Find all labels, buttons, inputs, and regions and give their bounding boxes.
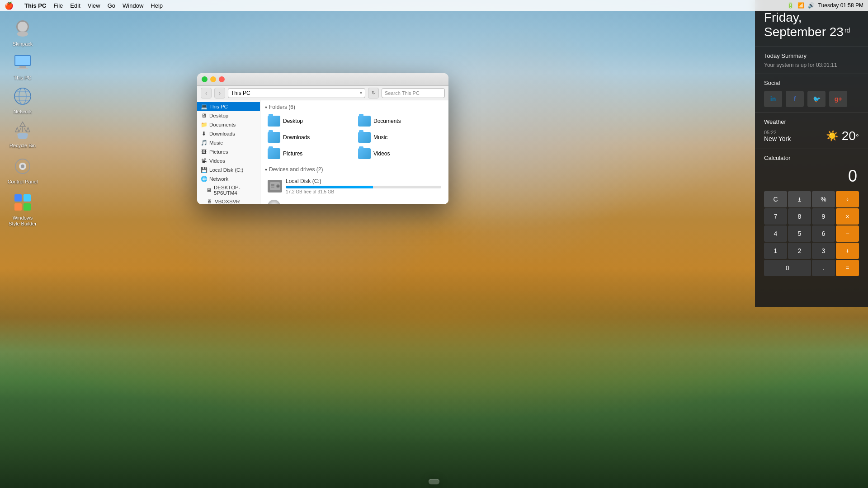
sidebar-item-desktop-5p6utm4[interactable]: 🖥DESKTOP-5P6UTM4 <box>197 183 260 197</box>
devices-label: Devices and drives (2) <box>269 166 323 173</box>
calc-btn-[interactable]: % <box>812 191 835 207</box>
calc-btn-[interactable]: × <box>836 208 859 225</box>
panel-summary: Today Summary Your system is up for 03:0… <box>755 47 868 74</box>
menubar-left: 🍎 This PC File Edit View Go Window Help <box>5 1 787 10</box>
svg-line-16 <box>24 128 26 132</box>
folder-item-pictures[interactable]: Pictures <box>265 146 354 161</box>
sidebar-label: Pictures <box>209 149 228 155</box>
calc-btn-[interactable]: . <box>812 260 835 276</box>
sidebar-item-network[interactable]: 🌐Network <box>197 174 260 183</box>
calc-btn-5[interactable]: 5 <box>788 225 811 242</box>
calc-btn-2[interactable]: 2 <box>788 243 811 259</box>
calc-btn-[interactable]: ÷ <box>836 191 859 207</box>
traffic-lights <box>202 76 225 82</box>
calc-btn-7[interactable]: 7 <box>764 208 787 225</box>
calc-btn-[interactable]: − <box>836 225 859 242</box>
calc-btn-[interactable]: + <box>836 243 859 259</box>
folder-icon <box>358 132 371 143</box>
apple-menu[interactable]: 🍎 <box>5 1 14 10</box>
desktop-icon-skinpack[interactable]: Skinpack <box>5 16 41 49</box>
forward-button[interactable]: › <box>214 88 225 99</box>
weather-left: 05:22 New York <box>764 130 791 142</box>
thispc-icon <box>12 52 33 73</box>
close-button[interactable] <box>219 76 225 82</box>
device-info: CD Drive (D:) <box>284 203 441 204</box>
minimize-button[interactable] <box>210 76 216 82</box>
winstylebuilder-icon <box>12 192 33 213</box>
devices-chevron-icon: ▾ <box>265 167 267 172</box>
sidebar-item-documents[interactable]: 📁Documents <box>197 120 260 129</box>
right-panel: Friday, September 23rd Today Summary You… <box>755 0 868 307</box>
back-button[interactable]: ‹ <box>201 88 212 99</box>
svg-point-29 <box>277 185 279 187</box>
device-item-localdisk(c:)[interactable]: Local Disk (C:) 17.2 GB free of 31.5 GB <box>265 176 444 196</box>
calc-btn-[interactable]: = <box>836 260 859 276</box>
calculator-title: Calculator <box>764 155 859 161</box>
menubar-battery-icon: 🔋 <box>787 2 794 9</box>
toolbar: ‹ › This PC ▾ ↻ Search This PC <box>197 86 448 100</box>
search-bar[interactable]: Search This PC <box>382 88 445 98</box>
sidebar-item-desktop[interactable]: 🖥Desktop <box>197 111 260 120</box>
menu-view[interactable]: View <box>88 2 100 9</box>
menu-file[interactable]: File <box>53 2 63 9</box>
svg-point-2 <box>17 31 28 37</box>
sidebar-item-thispc[interactable]: 💻This PC <box>197 102 260 111</box>
desktop-icon-network[interactable]: Network <box>5 84 41 117</box>
folder-item-documents[interactable]: Documents <box>355 114 444 128</box>
address-text: This PC <box>231 90 250 96</box>
desktop-icon-thispc[interactable]: This PC <box>5 50 41 83</box>
refresh-button[interactable]: ↻ <box>368 88 379 99</box>
calc-btn-4[interactable]: 4 <box>764 225 787 242</box>
desktop-icon-winstylebuilder[interactable]: Windows Style Builder <box>5 190 41 229</box>
svg-point-21 <box>21 164 24 168</box>
googleplus-button[interactable]: g+ <box>829 91 847 107</box>
folder-item-music[interactable]: Music <box>355 130 444 145</box>
calc-btn-[interactable]: ± <box>788 191 811 207</box>
app-name[interactable]: This PC <box>24 2 46 9</box>
file-explorer: ‹ › This PC ▾ ↻ Search This PC 💻This PC🖥… <box>197 73 448 204</box>
menu-window[interactable]: Window <box>123 2 143 9</box>
sidebar-icon: 💾 <box>201 167 207 173</box>
panel-ordinal: rd <box>844 27 850 34</box>
weather-right: ☀️ 20° <box>826 129 859 143</box>
sidebar-icon: ⬇ <box>201 131 207 137</box>
recyclebin-icon <box>12 119 33 141</box>
folder-item-videos[interactable]: Videos <box>355 146 444 161</box>
desktop-icon-controlpanel[interactable]: Control Panel <box>5 154 41 187</box>
menubar-sound-icon: 🔊 <box>808 2 815 9</box>
sidebar-item-downloads[interactable]: ⬇Downloads <box>197 129 260 138</box>
calc-btn-8[interactable]: 8 <box>788 208 811 225</box>
sidebar-item-pictures[interactable]: 🖼Pictures <box>197 147 260 156</box>
sidebar-item-vboxsvr[interactable]: 🖥VBOXSVR <box>197 197 260 204</box>
device-item-cddrive(d:)[interactable]: CD Drive (D:) <box>265 198 444 204</box>
sidebar-item-localdisk(c:)[interactable]: 💾Local Disk (C:) <box>197 165 260 174</box>
address-bar[interactable]: This PC ▾ <box>228 88 365 98</box>
sidebar-item-videos[interactable]: 📽Videos <box>197 156 260 165</box>
calc-btn-9[interactable]: 9 <box>812 208 835 225</box>
calc-btn-1[interactable]: 1 <box>764 243 787 259</box>
maximize-button[interactable] <box>202 76 208 82</box>
desktop: 🍎 This PC File Edit View Go Window Help … <box>0 0 868 488</box>
social-title: Social <box>764 80 859 86</box>
desktop-icon-recyclebin[interactable]: Recycle Bin <box>5 117 41 150</box>
menu-help[interactable]: Help <box>151 2 163 9</box>
folder-item-desktop[interactable]: Desktop <box>265 114 354 128</box>
calc-btn-3[interactable]: 3 <box>812 243 835 259</box>
sidebar-item-music[interactable]: 🎵Music <box>197 138 260 147</box>
calc-btn-C[interactable]: C <box>764 191 787 207</box>
folder-item-downloads[interactable]: Downloads <box>265 130 354 145</box>
folder-icon <box>268 148 280 159</box>
menubar-wifi-icon: 📶 <box>797 2 804 9</box>
calc-btn-6[interactable]: 6 <box>812 225 835 242</box>
folder-name: Music <box>373 134 387 141</box>
sidebar-icon: 🖥 <box>206 198 212 204</box>
menu-go[interactable]: Go <box>108 2 115 9</box>
menu-edit[interactable]: Edit <box>70 2 80 9</box>
svg-rect-24 <box>14 203 22 211</box>
folder-name: Videos <box>373 150 390 157</box>
sidebar-icon: 🖥 <box>201 113 207 119</box>
linkedin-button[interactable]: in <box>764 91 782 107</box>
calc-btn-0[interactable]: 0 <box>764 260 811 276</box>
twitter-button[interactable]: 🐦 <box>807 91 826 107</box>
facebook-button[interactable]: f <box>786 91 804 107</box>
